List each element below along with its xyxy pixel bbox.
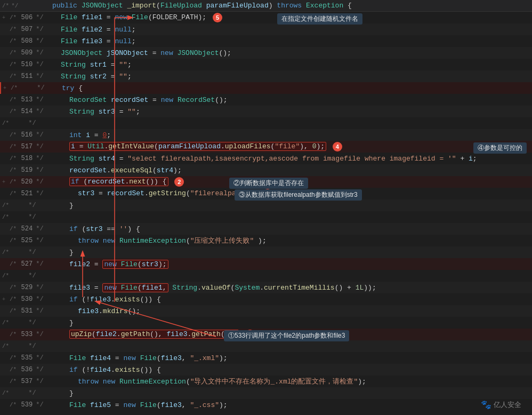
line-508-meta: +/*508*/ (0, 37, 48, 45)
line-close-4-content: } (48, 389, 532, 397)
line-539-content: File file5 = new File(file3, "_.css"); (48, 401, 532, 409)
line-513: +/*513*/ RecordSet recordSet = new Recor… (0, 94, 532, 106)
line-509-meta: +/*509*/ (0, 49, 48, 57)
line-519-meta: +/*519*/ (0, 166, 48, 174)
line-537-content: throw new RuntimeException("导入文件中不存在名称为_… (48, 377, 532, 386)
line-510-meta: +/*510*/ (0, 61, 48, 68)
badge-2: 2 (174, 177, 184, 187)
line-514: +/*514*/ String str3 = ""; (0, 106, 532, 117)
line-close-4: /* */ } (0, 387, 532, 399)
line-539: +/*539*/ File file5 = new File(file3, "_… (0, 399, 532, 411)
line-506-content: File file1 = new File(FOLDER_PATH); 5 (48, 13, 532, 22)
line-blank-1-meta: /* */ (0, 119, 48, 127)
line-blank-2-meta: /* */ (0, 213, 48, 221)
line-524-meta: +/*524*/ (0, 225, 48, 233)
line-507-content: File file2 = null; (48, 26, 532, 34)
line-blank-4: /* */ (0, 340, 532, 352)
line-520-meta: +/*520*/ (0, 178, 48, 186)
line-close-1-meta: /* */ (0, 202, 48, 209)
line-537-meta: +/*537*/ (0, 378, 48, 385)
header-meta: /* */ (0, 3, 48, 9)
line-try-content: try { (49, 84, 532, 92)
line-536-meta: +/*536*/ (0, 366, 48, 373)
line-518-content: String str4 = "select filerealpath,isaes… (48, 155, 532, 163)
line-try-meta: +/* */ (1, 84, 49, 92)
line-531-content: file3.mkdirs(); (48, 307, 532, 315)
line-511-content: String str2 = ""; (48, 73, 532, 81)
line-520-content: if (recordSet.next()) { 2 (48, 177, 532, 187)
line-514-meta: +/*514*/ (0, 108, 48, 115)
line-531: +/*531*/ file3.mkdirs(); (0, 305, 532, 317)
line-519: +/*519*/ recordSet.executeSql(str4); (0, 164, 532, 176)
line-519-content: recordSet.executeSql(str4); (48, 166, 532, 174)
line-506: +/*506*/ File file1 = new File(FOLDER_PA… (0, 12, 532, 23)
line-close-2-content: } (48, 249, 532, 257)
line-535-meta: +/*535*/ (0, 354, 48, 362)
line-524: +/*524*/ if (str3 == '') { (0, 223, 532, 235)
header-line: /* */ public JSONObject _import(FileUplo… (0, 0, 532, 12)
line-508: +/*508*/ File file3 = null; (0, 35, 532, 47)
line-510: +/*510*/ String str1 = ""; (0, 59, 532, 70)
line-close-4-meta: /* */ (0, 389, 48, 397)
line-516-content: int i = 0; (48, 131, 532, 139)
line-513-meta: +/*513*/ (0, 96, 48, 103)
line-521-content: str3 = recordSet.getString("filerealpath… (48, 189, 532, 198)
header-content: public JSONObject _import(FileUpload par… (48, 2, 532, 10)
line-529-content: file3 = new File(file1, String.valueOf(S… (48, 283, 532, 292)
watermark-text: 亿人安全 (494, 400, 521, 410)
line-511-meta: +/*511*/ (0, 73, 48, 80)
line-508-content: File file3 = null; (48, 37, 532, 45)
line-510-content: String str1 = ""; (48, 61, 532, 69)
line-539-meta: +/*539*/ (0, 401, 48, 409)
line-525-meta: +/*525*/ (0, 237, 48, 244)
line-533-content: upZip(file2.getPath(), file3.getPath());… (48, 330, 532, 339)
line-509-content: JSONObject jSONObject = new JSONObject()… (48, 49, 532, 57)
line-516: +/*516*/ int i = 0; (0, 129, 532, 141)
line-close-2: /* */ } (0, 246, 532, 258)
line-531-meta: +/*531*/ (0, 307, 48, 315)
line-527-content: file2 = new File(str3); (48, 260, 532, 269)
line-close-1-content: } (48, 202, 532, 210)
line-527: +/*527*/ file2 = new File(str3); (0, 258, 532, 270)
line-511: +/*511*/ String str2 = ""; (0, 70, 532, 82)
line-516-meta: +/*516*/ (0, 131, 48, 139)
line-527-meta: +/*527*/ (0, 260, 48, 268)
line-blank-2: /* */ (0, 211, 532, 223)
line-blank-4-meta: /* */ (0, 342, 48, 350)
line-blank-3-meta: /* */ (0, 272, 48, 280)
line-530-content: if (!file3.exists()) { (48, 296, 532, 304)
line-517-meta: +/*517*/ (0, 143, 48, 150)
line-533-meta: +/*533*/ (0, 331, 48, 338)
line-535-content: File file4 = new File(file3, "_.xml"); (48, 354, 532, 362)
line-507: +/*507*/ File file2 = null; (0, 23, 532, 35)
line-533: +/*533*/ upZip(file2.getPath(), file3.ge… (0, 329, 532, 340)
line-blank-1: /* */ (0, 117, 532, 129)
line-524-content: if (str3 == '') { (48, 225, 532, 233)
line-close-3-meta: /* */ (0, 319, 48, 326)
line-520: +/*520*/ if (recordSet.next()) { 2 ②判断数据… (0, 176, 532, 188)
line-537: +/*537*/ throw new RuntimeException("导入文… (0, 376, 532, 387)
badge-1: 1 (245, 330, 255, 339)
line-530-meta: +/*530*/ (0, 296, 48, 303)
line-536: +/*536*/ if (!file4.exists()) { (0, 364, 532, 376)
line-529-meta: +/*529*/ (0, 284, 48, 291)
line-525: +/*525*/ throw new RuntimeException("压缩文… (0, 235, 532, 246)
line-close-3: /* */ } (0, 317, 532, 329)
line-try: +/* */ try { (0, 82, 532, 94)
line-525-content: throw new RuntimeException("压缩文件上传失败" ); (48, 236, 532, 245)
line-517: +/*517*/ i = Util.getIntValue(paramFileU… (0, 141, 532, 153)
line-close-3-content: } (48, 319, 532, 327)
line-506-meta: +/*506*/ (0, 14, 48, 21)
watermark: 🐾 亿人安全 (481, 400, 521, 410)
code-container: /* */ public JSONObject _import(FileUplo… (0, 0, 532, 415)
line-close-2-meta: /* */ (0, 249, 48, 256)
line-530: +/*530*/ if (!file3.exists()) { (0, 293, 532, 305)
line-517-content: i = Util.getIntValue(paramFileUpload.upl… (48, 142, 532, 151)
line-blank-3: /* */ (0, 270, 532, 282)
badge-5: 5 (213, 13, 222, 22)
line-518: +/*518*/ String str4 = "select filerealp… (0, 153, 532, 164)
line-507-meta: +/*507*/ (0, 26, 48, 33)
line-536-content: if (!file4.exists()) { (48, 366, 532, 374)
line-close-1: /* */ } (0, 199, 532, 211)
line-521: +/*521*/ str3 = recordSet.getString("fil… (0, 188, 532, 199)
